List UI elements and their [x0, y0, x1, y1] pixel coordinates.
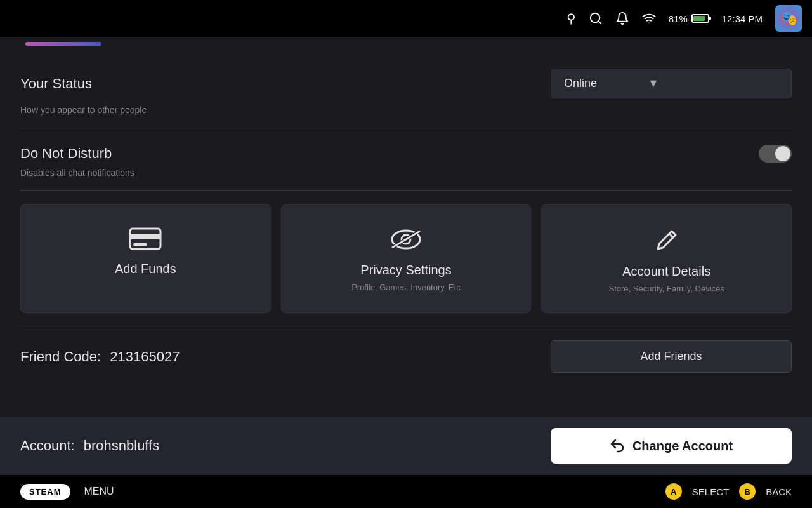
account-details-label: Account Details — [622, 264, 710, 279]
privacy-settings-card[interactable]: Privacy Settings Profile, Games, Invento… — [281, 204, 532, 313]
battery-icon — [691, 14, 709, 23]
bottom-controls: A SELECT B BACK — [665, 483, 792, 500]
search-icon[interactable]: ⚲ — [566, 11, 576, 26]
eye-slash-icon — [388, 227, 424, 251]
dnd-sublabel: Disables all chat notifications — [20, 168, 792, 188]
pencil-icon — [654, 227, 679, 253]
svg-rect-4 — [130, 234, 160, 239]
steam-label: STEAM — [29, 487, 62, 497]
change-account-icon — [610, 438, 625, 453]
account-details-subtitle: Store, Security, Family, Devices — [609, 284, 724, 293]
credit-card-icon — [129, 227, 162, 250]
a-button-label: A — [671, 487, 676, 497]
svg-line-10 — [669, 234, 673, 237]
wifi-icon — [642, 11, 656, 25]
main-content: Your Status Online ▼ How you appear to o… — [0, 51, 812, 384]
friend-code-row: Friend Code: 213165027 Add Friends — [20, 329, 792, 384]
b-button-label: B — [744, 487, 750, 497]
svg-line-1 — [598, 21, 601, 23]
chevron-down-icon: ▼ — [648, 77, 659, 90]
change-account-label: Change Account — [632, 439, 733, 453]
status-row: Your Status Online ▼ — [20, 57, 792, 105]
status-value: Online — [564, 77, 597, 90]
add-funds-card[interactable]: Add Funds — [20, 204, 271, 313]
divider-3 — [20, 326, 792, 326]
b-button[interactable]: B — [739, 483, 756, 500]
privacy-settings-subtitle: Profile, Games, Inventory, Etc — [351, 283, 461, 292]
battery-status: 81% — [669, 13, 709, 24]
add-funds-label: Add Funds — [115, 262, 176, 276]
status-sublabel: How you appear to other people — [20, 105, 792, 125]
menu-label: MENU — [84, 486, 114, 497]
toggle-knob — [775, 146, 790, 161]
add-friends-button[interactable]: Add Friends — [551, 340, 792, 373]
topbar: ⚲ 81% 12:34 PM 🎭 — [0, 0, 812, 37]
notification-icon[interactable] — [615, 11, 629, 25]
status-dropdown[interactable]: Online ▼ — [551, 69, 792, 98]
avatar-image: 🎭 — [775, 5, 802, 32]
bottom-bar: STEAM MENU A SELECT B BACK — [0, 475, 812, 508]
status-label: Your Status — [20, 76, 92, 92]
steam-button[interactable]: STEAM — [20, 484, 70, 500]
cards-row: Add Funds Privacy Settings Profile, Game… — [20, 204, 792, 313]
battery-percent: 81% — [669, 13, 688, 24]
select-label: SELECT — [692, 486, 729, 497]
friend-code-text: Friend Code: 213165027 — [20, 349, 180, 365]
account-info: Account: brohsnbluffs — [20, 438, 159, 454]
divider-1 — [20, 128, 792, 128]
avatar[interactable]: 🎭 — [775, 5, 802, 32]
privacy-settings-label: Privacy Settings — [360, 263, 451, 277]
back-label: BACK — [766, 486, 792, 497]
friend-code-label: Friend Code: — [20, 349, 101, 364]
change-account-button[interactable]: Change Account — [551, 428, 792, 464]
account-label: Account: — [20, 438, 75, 453]
account-bar: Account: brohsnbluffs Change Account — [0, 417, 812, 475]
search-icon[interactable] — [589, 11, 603, 25]
svg-rect-5 — [133, 243, 147, 246]
clock: 12:34 PM — [722, 13, 763, 24]
dnd-toggle[interactable] — [759, 145, 792, 163]
a-button[interactable]: A — [665, 483, 682, 500]
dnd-row: Do Not Disturb — [20, 131, 792, 168]
friend-code-value: 213165027 — [110, 349, 180, 364]
profile-progress-bar — [0, 42, 812, 46]
divider-2 — [20, 190, 792, 191]
account-details-card[interactable]: Account Details Store, Security, Family,… — [541, 204, 792, 313]
dnd-label: Do Not Disturb — [20, 145, 112, 162]
account-username: brohsnbluffs — [84, 438, 159, 453]
